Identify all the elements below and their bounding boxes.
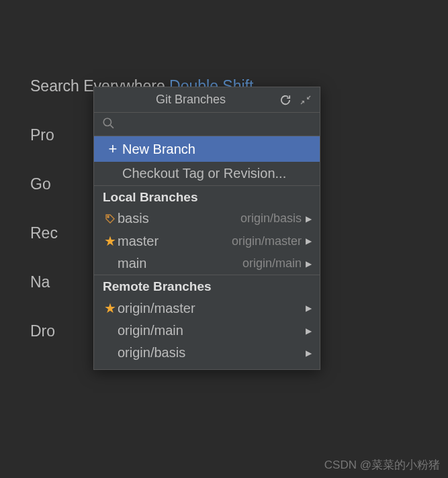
branch-name: main — [118, 256, 242, 271]
hint-line3: Go — [30, 175, 51, 193]
branch-name: master — [118, 234, 232, 249]
search-input[interactable] — [120, 118, 312, 130]
svg-point-0 — [103, 118, 111, 126]
remote-branch-item[interactable]: origin/basis ▶ — [94, 342, 320, 364]
hint-line5: Na — [30, 273, 50, 291]
tracking-branch: origin/master — [232, 234, 302, 248]
tracking-branch: origin/main — [242, 256, 302, 271]
branch-name: origin/basis — [118, 345, 306, 361]
local-branch-item[interactable]: basis origin/basis ▶ — [94, 207, 320, 230]
branch-name: origin/master — [118, 301, 306, 316]
menu-label: New Branch — [122, 142, 312, 157]
local-branch-item[interactable]: ★ master origin/master ▶ — [94, 230, 320, 252]
chevron-right-icon: ▶ — [306, 214, 312, 224]
popup-title: Git Branches — [102, 93, 279, 107]
star-icon: ★ — [103, 300, 118, 316]
collapse-icon[interactable] — [300, 94, 312, 106]
branch-name: origin/main — [118, 323, 306, 338]
popup-header: Git Branches — [94, 87, 320, 113]
chevron-right-icon: ▶ — [306, 326, 312, 336]
local-branches-header: Local Branches — [94, 186, 320, 207]
tag-icon — [103, 213, 118, 224]
hint-line4: Rec — [30, 224, 58, 242]
remote-branches-header: Remote Branches — [94, 275, 320, 297]
menu-label: Checkout Tag or Revision... — [122, 166, 312, 181]
chevron-right-icon: ▶ — [306, 303, 312, 313]
remote-branch-item[interactable]: ★ origin/master ▶ — [94, 297, 320, 320]
chevron-right-icon: ▶ — [306, 259, 312, 269]
git-branches-popup: Git Branches + — [93, 87, 320, 370]
plus-icon: + — [106, 140, 120, 158]
tracking-branch: origin/basis — [240, 211, 302, 226]
watermark: CSDN @菜菜的小粉猪 — [324, 457, 440, 473]
svg-point-2 — [107, 216, 109, 217]
refresh-icon[interactable] — [279, 94, 292, 106]
hint-line2: Pro — [30, 126, 54, 144]
svg-line-1 — [110, 125, 114, 128]
local-branch-item[interactable]: main origin/main ▶ — [94, 252, 320, 275]
branch-name: basis — [118, 211, 240, 226]
chevron-right-icon: ▶ — [306, 236, 312, 246]
star-icon: ★ — [103, 233, 118, 249]
new-branch-action[interactable]: + New Branch — [94, 136, 320, 162]
hint-line6: Dro — [30, 322, 55, 340]
search-row — [94, 113, 320, 136]
chevron-right-icon: ▶ — [306, 348, 312, 358]
remote-branch-item[interactable]: origin/main ▶ — [94, 320, 320, 342]
search-icon — [102, 117, 114, 132]
checkout-tag-action[interactable]: Checkout Tag or Revision... — [94, 162, 320, 185]
